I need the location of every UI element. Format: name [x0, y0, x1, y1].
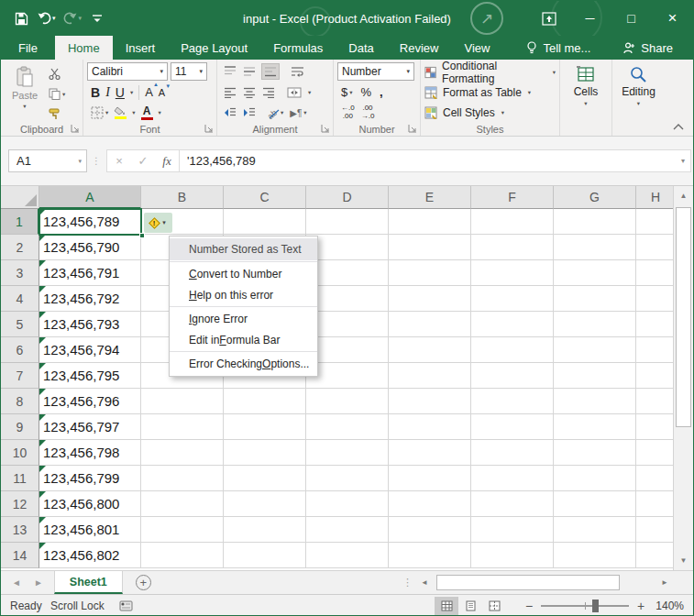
minimize-button[interactable]: ─ [569, 1, 611, 36]
cell-H14[interactable] [636, 543, 675, 568]
cell-H13[interactable] [636, 517, 675, 543]
orientation-button[interactable]: ab ▾ [268, 107, 283, 119]
redo-dropdown-icon[interactable]: ▾ [79, 15, 83, 22]
column-header-F[interactable]: F [471, 186, 554, 209]
cell-F10[interactable] [471, 440, 554, 466]
cell-C9[interactable] [224, 414, 306, 440]
cell-B10[interactable] [141, 440, 224, 466]
cell-F1[interactable] [471, 209, 554, 235]
currency-button[interactable]: $▾ [341, 85, 353, 99]
cell-A7[interactable]: 123,456,795 [39, 363, 141, 389]
cell-F3[interactable] [471, 260, 554, 286]
cell-G5[interactable] [554, 312, 636, 337]
cell-A13[interactable]: 123,456,801 [39, 517, 141, 543]
cut-button[interactable] [49, 66, 65, 82]
tab-formulas[interactable]: Formulas [260, 36, 336, 60]
cell-B11[interactable] [141, 466, 224, 491]
cell-H10[interactable] [636, 440, 675, 466]
comma-style-button[interactable]: , [380, 85, 383, 99]
cell-F9[interactable] [471, 414, 554, 440]
expand-formula-bar-icon[interactable]: ▾ [681, 157, 690, 165]
cell-A3[interactable]: 123,456,791 [39, 260, 141, 286]
cell-E1[interactable] [389, 209, 471, 235]
decrease-decimal-button[interactable]: .00 →.0 [361, 104, 375, 121]
name-box[interactable]: A1 ▾ [8, 149, 87, 172]
cell-C13[interactable] [224, 517, 306, 543]
format-painter-button[interactable] [49, 106, 65, 122]
cell-E10[interactable] [389, 440, 471, 466]
row-header-8[interactable]: 8 [1, 389, 39, 414]
cell-F4[interactable] [471, 286, 554, 312]
column-header-E[interactable]: E [389, 186, 471, 209]
cell-G13[interactable] [554, 517, 636, 543]
row-header-14[interactable]: 14 [1, 543, 39, 568]
copy-button[interactable]: ▾ [49, 86, 65, 102]
column-header-H[interactable]: H [636, 186, 675, 209]
customize-qat-button[interactable] [86, 5, 108, 32]
cell-E5[interactable] [389, 312, 471, 337]
fill-handle[interactable] [139, 233, 145, 238]
font-color-dropdown-icon[interactable]: ▾ [159, 109, 161, 116]
align-bottom-button[interactable] [262, 64, 279, 79]
fill-color-dropdown-icon[interactable]: ▾ [132, 109, 135, 116]
cell-D11[interactable] [306, 466, 389, 491]
align-right-icon[interactable] [262, 87, 275, 98]
vertical-scrollbar[interactable]: ▲ ▼ [673, 186, 693, 570]
text-direction-button[interactable]: ▶¶ ▾ [290, 108, 306, 118]
cell-E3[interactable] [389, 260, 471, 286]
cell-H3[interactable] [636, 260, 675, 286]
tab-data[interactable]: Data [336, 36, 386, 60]
page-layout-view-button[interactable] [458, 597, 482, 615]
cell-H8[interactable] [636, 389, 675, 414]
cell-D5[interactable] [306, 312, 389, 337]
cell-E9[interactable] [389, 414, 471, 440]
conditional-formatting-button[interactable]: Conditional Formatting ▾ [424, 63, 556, 81]
font-name-combo[interactable]: Calibri ▾ [87, 62, 168, 81]
tab-view[interactable]: View [451, 36, 502, 60]
cell-E12[interactable] [389, 491, 471, 517]
undo-button[interactable]: ▾ [34, 5, 59, 32]
menu-item-help-on-this-error[interactable]: Help on this error [170, 284, 317, 305]
cell-H6[interactable] [636, 337, 675, 363]
editing-button[interactable]: Editing ▾ [622, 65, 655, 107]
cell-G1[interactable] [554, 209, 636, 235]
merge-center-icon[interactable] [287, 87, 302, 98]
normal-view-button[interactable] [435, 597, 458, 615]
cell-D8[interactable] [306, 389, 389, 414]
cell-D14[interactable] [306, 543, 389, 568]
number-dialog-launcher[interactable] [408, 124, 417, 133]
tab-review[interactable]: Review [387, 36, 452, 60]
cell-C1[interactable] [224, 209, 306, 235]
cell-H5[interactable] [636, 312, 675, 337]
cell-G4[interactable] [554, 286, 636, 312]
cell-H1[interactable] [636, 209, 675, 235]
cell-H11[interactable] [636, 466, 675, 491]
insert-function-button[interactable]: fx [155, 154, 179, 169]
cell-E7[interactable] [389, 363, 471, 389]
vertical-scrollbar-track[interactable] [674, 429, 693, 551]
decrease-font-size-button[interactable]: A▼ [159, 87, 165, 98]
cell-A6[interactable]: 123,456,794 [39, 337, 141, 363]
menu-item-edit-in-formula-bar[interactable]: Edit in Formula Bar [170, 329, 317, 350]
zoom-slider-handle[interactable] [592, 600, 599, 612]
undo-dropdown-icon[interactable]: ▾ [52, 15, 56, 22]
font-size-combo[interactable]: 11 ▾ [171, 62, 207, 81]
cell-G6[interactable] [554, 337, 636, 363]
row-header-10[interactable]: 10 [1, 440, 39, 466]
cell-C8[interactable] [224, 389, 306, 414]
increase-indent-icon[interactable] [243, 107, 256, 118]
redo-button[interactable]: ▾ [61, 5, 85, 32]
cancel-button[interactable]: × [107, 154, 131, 168]
cell-A12[interactable]: 123,456,800 [39, 491, 141, 517]
cell-D6[interactable] [306, 337, 389, 363]
cell-F8[interactable] [471, 389, 554, 414]
format-as-table-button[interactable]: Format as Table ▾ [424, 83, 556, 101]
cell-E2[interactable] [389, 235, 471, 260]
maximize-button[interactable]: □ [611, 1, 652, 36]
increase-decimal-button[interactable]: ←.0 .00 [341, 104, 355, 121]
percent-button[interactable]: % [361, 85, 372, 99]
tab-page-layout[interactable]: Page Layout [168, 36, 260, 60]
cell-styles-button[interactable]: Cell Styles ▾ [424, 104, 556, 121]
cell-D2[interactable] [306, 235, 389, 260]
collapse-ribbon-button[interactable] [673, 123, 684, 130]
